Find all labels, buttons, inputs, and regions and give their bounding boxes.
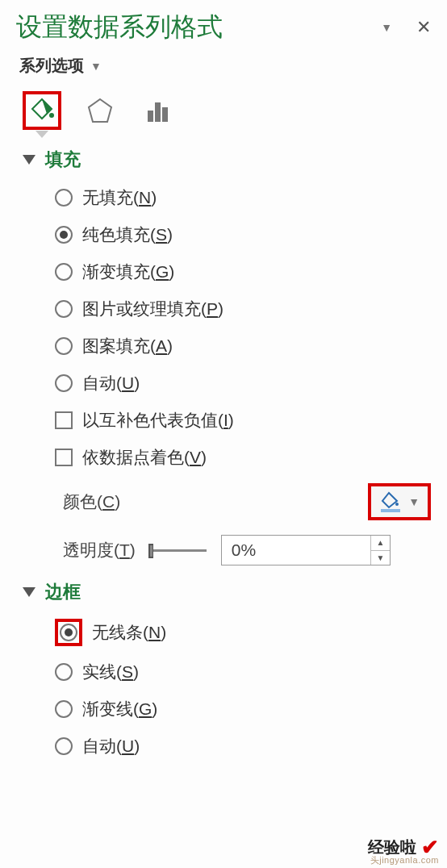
fill-option-pattern[interactable]: 图案填充(A) — [55, 335, 431, 357]
pentagon-icon — [86, 96, 115, 125]
paint-bucket-color-icon — [379, 491, 402, 512]
chevron-down-icon: ▼ — [408, 495, 420, 508]
panel-menu-arrow[interactable]: ▼ — [381, 21, 392, 34]
spinner-up-icon[interactable]: ▲ — [371, 536, 390, 551]
fill-option-invert-negative[interactable]: 以互补色代表负值(I) — [55, 409, 431, 432]
chevron-down-icon: ▼ — [90, 60, 102, 73]
checkbox-icon — [55, 411, 73, 429]
border-option-auto[interactable]: 自动(U) — [55, 735, 431, 757]
series-options-label: 系列选项 — [19, 55, 84, 77]
fill-section-title: 填充 — [45, 148, 81, 172]
svg-rect-2 — [148, 111, 153, 122]
collapse-triangle-icon — [23, 587, 36, 597]
fill-option-vary-by-point[interactable]: 依数据点着色(V) — [55, 446, 431, 469]
transparency-value[interactable]: 0% — [222, 536, 370, 565]
transparency-spinner[interactable]: 0% ▲ ▼ — [221, 535, 391, 565]
radio-checked-icon — [60, 624, 77, 641]
radio-checked-icon — [55, 226, 73, 244]
border-option-solid[interactable]: 实线(S) — [55, 661, 431, 683]
radio-icon — [55, 263, 73, 281]
paint-bucket-icon — [27, 96, 56, 125]
tab-fill-line[interactable] — [23, 91, 61, 130]
fill-option-auto[interactable]: 自动(U) — [55, 372, 431, 394]
tab-effects[interactable] — [81, 91, 119, 130]
fill-color-button[interactable]: ▼ — [368, 483, 431, 520]
fill-section-header[interactable]: 填充 — [23, 148, 431, 172]
border-option-gradient[interactable]: 渐变线(G) — [55, 698, 431, 720]
radio-icon — [55, 337, 73, 355]
series-options-dropdown[interactable]: 系列选项 ▼ — [19, 55, 431, 77]
svg-rect-3 — [155, 102, 161, 122]
radio-icon — [55, 374, 73, 392]
radio-icon — [55, 663, 73, 681]
bar-chart-icon — [144, 96, 173, 125]
color-label: 颜色(C) — [63, 490, 120, 513]
transparency-label: 透明度(T) — [63, 539, 136, 561]
svg-point-5 — [395, 503, 399, 506]
panel-title: 设置数据系列格式 — [16, 10, 223, 45]
close-icon[interactable]: ✕ — [416, 17, 431, 38]
tab-series-options[interactable] — [139, 91, 178, 130]
border-section-header[interactable]: 边框 — [23, 580, 431, 604]
fill-option-gradient[interactable]: 渐变填充(G) — [55, 261, 431, 283]
radio-icon — [55, 700, 73, 718]
radio-icon — [55, 300, 73, 318]
fill-option-none[interactable]: 无填充(N) — [55, 186, 431, 209]
svg-marker-1 — [89, 99, 111, 122]
collapse-triangle-icon — [23, 155, 36, 165]
border-option-none[interactable]: 无线条(N) — [55, 619, 431, 646]
border-section-title: 边框 — [45, 580, 81, 604]
spinner-down-icon[interactable]: ▼ — [371, 551, 390, 565]
transparency-slider[interactable] — [150, 549, 207, 552]
watermark-url: 头jingyanla.com — [370, 854, 439, 866]
svg-rect-6 — [381, 509, 400, 512]
fill-option-solid[interactable]: 纯色填充(S) — [55, 223, 431, 246]
checkbox-icon — [55, 449, 73, 466]
svg-point-0 — [49, 113, 54, 118]
radio-icon — [55, 737, 73, 755]
fill-option-picture[interactable]: 图片或纹理填充(P) — [55, 298, 431, 320]
radio-icon — [55, 189, 73, 207]
svg-rect-4 — [162, 107, 168, 122]
